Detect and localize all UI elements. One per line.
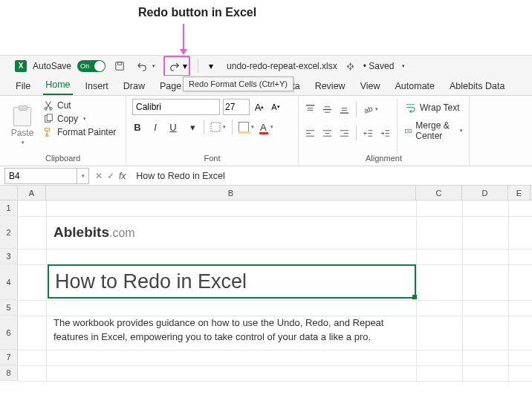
share-icon[interactable]: ᠅ — [346, 62, 354, 71]
save-button[interactable] — [111, 58, 128, 74]
col-header-A[interactable]: A — [18, 186, 46, 200]
enter-formula-icon[interactable]: ✓ — [107, 171, 114, 181]
col-header-B[interactable]: B — [46, 186, 416, 200]
svg-rect-6 — [211, 123, 220, 131]
svg-rect-0 — [116, 62, 124, 70]
name-box-dropdown[interactable]: ▾ — [77, 168, 89, 184]
svg-rect-5 — [47, 114, 52, 121]
cut-button[interactable]: Cut — [43, 100, 116, 111]
tab-ablebits-data[interactable]: Ablebits Data — [447, 78, 507, 95]
saved-status[interactable]: • Saved — [363, 61, 395, 71]
separator — [356, 102, 357, 117]
align-middle-button[interactable] — [322, 104, 333, 115]
align-right-button[interactable] — [339, 128, 350, 139]
format-painter-button[interactable]: Format Painter — [43, 127, 116, 137]
logo-bold-part: Ablebits — [53, 224, 109, 240]
decrease-indent-button[interactable] — [363, 128, 374, 139]
orientation-button[interactable]: ab▾ — [363, 104, 378, 115]
align-bottom-button[interactable] — [339, 104, 350, 115]
cell-B4-selected[interactable]: How to Redo in Excel — [48, 264, 416, 299]
format-painter-label: Format Painter — [57, 127, 116, 137]
borders-button[interactable]: ▾ — [210, 122, 226, 132]
separator — [232, 120, 233, 134]
row-header-6[interactable]: 6 — [0, 316, 18, 350]
tab-file[interactable]: File — [13, 78, 33, 95]
cells-area[interactable]: Ablebits.com How to Redo in Excel The wo… — [18, 200, 532, 381]
tab-insert[interactable]: Insert — [83, 78, 111, 95]
worksheet-grid: A B C D E 1 2 3 4 5 6 7 8 — [0, 186, 532, 401]
autosave-label: AutoSave — [33, 61, 71, 71]
name-box[interactable] — [4, 168, 77, 184]
redo-dropdown[interactable]: ▾ — [183, 61, 187, 71]
font-color-button[interactable]: A ▾ — [260, 122, 273, 133]
font-name-selector[interactable] — [132, 99, 220, 115]
svg-text:ab: ab — [363, 104, 374, 114]
select-all-corner[interactable] — [0, 186, 18, 200]
decrease-font-button[interactable]: A▾ — [269, 100, 282, 114]
underline-dropdown[interactable]: ▾ — [187, 122, 198, 133]
borders-dropdown[interactable]: ▾ — [223, 124, 226, 130]
row-header-4[interactable]: 4 — [0, 264, 18, 300]
row-header-7[interactable]: 7 — [0, 350, 18, 365]
copy-dropdown[interactable]: ▾ — [83, 116, 86, 122]
wrap-text-label: Wrap Text — [420, 102, 460, 113]
redo-tooltip: Redo Format Cells (Ctrl+Y) — [183, 76, 293, 91]
filename-label[interactable]: undo-redo-repeat-excel.xlsx — [227, 61, 337, 71]
tab-view[interactable]: View — [358, 78, 383, 95]
autosave-toggle[interactable]: On — [77, 60, 106, 72]
align-top-button[interactable] — [305, 104, 316, 115]
col-header-E[interactable]: E — [508, 186, 531, 200]
tab-home[interactable]: Home — [43, 76, 72, 95]
tab-draw[interactable]: Draw — [121, 78, 147, 95]
saved-dropdown[interactable]: ▾ — [402, 63, 405, 69]
merge-dropdown[interactable]: ▾ — [460, 128, 463, 134]
merge-center-label: Merge & Center — [415, 120, 455, 141]
alignment-group: ab▾ Wrap Text Merge & Ce — [299, 96, 470, 166]
paste-dropdown[interactable]: ▾ — [22, 140, 25, 146]
col-header-C[interactable]: C — [416, 186, 462, 200]
font-color-icon: A — [260, 122, 267, 133]
increase-indent-button[interactable] — [380, 128, 391, 139]
align-center-button[interactable] — [322, 128, 333, 139]
qat-separator — [198, 59, 198, 73]
redo-button[interactable] — [166, 58, 183, 74]
annotation-title: Redo button in Excel — [138, 6, 256, 19]
paste-label: Paste — [11, 128, 34, 138]
tab-automate[interactable]: Automate — [393, 78, 438, 95]
cut-label: Cut — [57, 100, 71, 111]
redo-button-highlighted: ▾ — [163, 56, 190, 76]
cancel-formula-icon[interactable]: ✕ — [95, 171, 103, 181]
fill-color-dropdown[interactable]: ▾ — [251, 124, 254, 130]
row-header-5[interactable]: 5 — [0, 300, 18, 316]
italic-button[interactable]: I — [150, 122, 160, 133]
wrap-text-button[interactable]: Wrap Text — [405, 102, 463, 113]
fill-color-icon — [239, 122, 249, 132]
row-header-3[interactable]: 3 — [0, 249, 18, 264]
merge-center-button[interactable]: Merge & Center ▾ — [405, 120, 463, 141]
undo-dropdown[interactable]: ▾ — [150, 63, 158, 69]
fill-color-button[interactable]: ▾ — [239, 122, 254, 132]
cell-B6-content[interactable]: The workbook provides guidance on how to… — [53, 316, 410, 345]
font-color-dropdown[interactable]: ▾ — [270, 124, 273, 130]
col-header-D[interactable]: D — [462, 186, 508, 200]
font-group: A▴ A▾ B I U ▾ ▾ ▾ — [126, 96, 299, 166]
copy-button[interactable]: Copy ▾ — [43, 114, 116, 124]
increase-font-button[interactable]: A▴ — [253, 100, 266, 114]
font-group-label: Font — [132, 154, 292, 164]
logo-suffix: .com — [109, 226, 135, 239]
customize-qat-dropdown[interactable]: ▾ — [206, 61, 216, 71]
tab-review[interactable]: Review — [313, 78, 348, 95]
row-header-8[interactable]: 8 — [0, 365, 18, 381]
row-header-1[interactable]: 1 — [0, 200, 18, 216]
fx-icon[interactable]: fx — [119, 171, 126, 181]
font-size-selector[interactable] — [223, 99, 250, 115]
formula-input[interactable] — [132, 168, 532, 184]
copy-label: Copy — [57, 114, 78, 124]
undo-button[interactable]: ▾ — [134, 58, 158, 74]
underline-button[interactable]: U — [168, 122, 178, 133]
align-left-button[interactable] — [305, 128, 316, 139]
bold-button[interactable]: B — [132, 122, 143, 133]
paste-button[interactable]: Paste ▾ — [6, 99, 39, 154]
row-header-2[interactable]: 2 — [0, 216, 18, 249]
clipboard-group: Paste ▾ Cut Copy ▾ Format Painter C — [0, 96, 126, 166]
